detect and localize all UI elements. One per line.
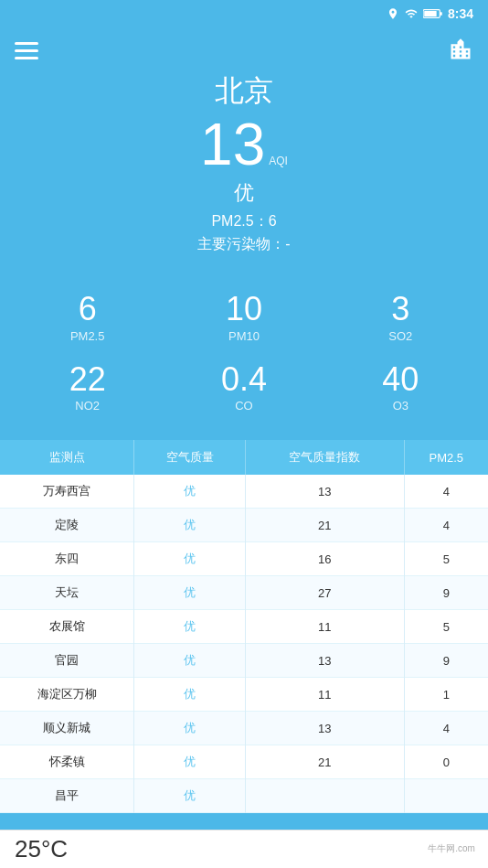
table-row: 农展馆优115 <box>0 610 488 644</box>
station-cell: 万寿西宫 <box>0 475 134 509</box>
svg-rect-4 <box>15 49 38 52</box>
table-row: 海淀区万柳优111 <box>0 678 488 712</box>
quality-cell: 优 <box>134 712 246 745</box>
header-section: 北京 13 AQI 优 PM2.5：6 主要污染物：- <box>0 71 488 273</box>
city-name: 北京 <box>18 71 470 112</box>
pm25-cell: 4 <box>404 475 488 509</box>
pm25-cell: 4 <box>404 509 488 542</box>
quality-cell: 优 <box>134 678 246 712</box>
city-select-button[interactable] <box>448 37 473 62</box>
pm25-label: PM2.5： <box>211 213 268 229</box>
station-cell: 农展馆 <box>0 610 134 644</box>
svg-rect-5 <box>15 57 38 59</box>
status-icons: 8:34 <box>387 6 473 21</box>
quality-cell: 优 <box>134 576 246 610</box>
building-icon <box>448 37 473 62</box>
quality-cell: 优 <box>134 779 246 813</box>
quality-cell: 优 <box>134 475 246 509</box>
metric-item: 6 PM2.5 <box>9 282 165 352</box>
aqi-cell: 16 <box>245 542 404 576</box>
metric-value: 0.4 <box>170 361 317 398</box>
station-cell: 官园 <box>0 644 134 678</box>
pm25-cell: 5 <box>404 542 488 576</box>
aqi-cell: 27 <box>245 576 404 610</box>
metric-label: CO <box>170 399 317 413</box>
table-row: 天坛优279 <box>0 576 488 610</box>
metric-value: 40 <box>327 361 474 398</box>
watermark-text: 牛牛网.com <box>428 842 475 855</box>
metric-item: 22 NO2 <box>9 352 165 423</box>
aqi-number: 13 <box>200 115 265 174</box>
status-bar: 8:34 <box>0 0 488 27</box>
pm25-cell: 0 <box>404 745 488 779</box>
status-time: 8:34 <box>448 6 473 21</box>
aqi-cell <box>245 779 404 813</box>
metric-label: O3 <box>327 399 474 413</box>
bottom-bar: 25°C 牛牛网.com <box>0 830 488 868</box>
aqi-cell: 11 <box>245 610 404 644</box>
aqi-cell: 21 <box>245 509 404 542</box>
aqi-cell: 21 <box>245 745 404 779</box>
hamburger-icon <box>15 42 38 60</box>
quality-cell: 优 <box>134 542 246 576</box>
svg-rect-2 <box>424 11 436 16</box>
temperature: 25°C <box>15 835 68 863</box>
pm25-value: 6 <box>269 213 277 229</box>
metric-value: 3 <box>327 291 474 327</box>
station-cell: 顺义新城 <box>0 712 134 745</box>
pm25-cell: 4 <box>404 712 488 745</box>
pm25-cell <box>404 779 488 813</box>
table-header: 空气质量指数 <box>245 440 404 475</box>
metric-label: PM10 <box>170 329 317 343</box>
table-row: 东四优165 <box>0 542 488 576</box>
pm25-cell: 9 <box>404 576 488 610</box>
aqi-cell: 13 <box>245 712 404 745</box>
watermark: 牛牛网.com <box>415 830 488 868</box>
signal-icon <box>404 7 419 20</box>
station-cell: 怀柔镇 <box>0 745 134 779</box>
station-cell: 海淀区万柳 <box>0 678 134 712</box>
metric-label: PM2.5 <box>14 329 161 343</box>
metric-label: NO2 <box>14 399 161 413</box>
quality-cell: 优 <box>134 509 246 542</box>
pm25-cell: 1 <box>404 678 488 712</box>
table-row: 顺义新城优134 <box>0 712 488 745</box>
table-row: 怀柔镇优210 <box>0 745 488 779</box>
svg-rect-3 <box>15 42 38 45</box>
quality-cell: 优 <box>134 745 246 779</box>
metric-item: 0.4 CO <box>165 352 322 423</box>
pm25-info: PM2.5：6 <box>18 212 470 231</box>
metric-item: 3 SO2 <box>323 282 479 352</box>
pollutant-label: 主要污染物： <box>197 236 285 252</box>
aqi-unit: AQI <box>269 155 288 167</box>
table-row: 万寿西宫优134 <box>0 475 488 509</box>
aqi-cell: 13 <box>245 475 404 509</box>
table-section: 监测点空气质量空气质量指数PM2.5万寿西宫优134定陵优214东四优165天坛… <box>0 440 488 813</box>
table-header: 空气质量 <box>134 440 246 475</box>
metric-value: 22 <box>14 361 161 398</box>
quality-cell: 优 <box>134 610 246 644</box>
menu-button[interactable] <box>15 38 38 61</box>
aqi-row: 13 AQI <box>18 115 470 174</box>
pm25-cell: 5 <box>404 610 488 644</box>
top-bar <box>0 27 488 71</box>
aqi-cell: 11 <box>245 678 404 712</box>
station-cell: 天坛 <box>0 576 134 610</box>
metric-item: 40 O3 <box>323 352 479 423</box>
aqi-cell: 13 <box>245 644 404 678</box>
air-quality-table: 监测点空气质量空气质量指数PM2.5万寿西宫优134定陵优214东四优165天坛… <box>0 440 488 813</box>
pm25-cell: 9 <box>404 644 488 678</box>
quality-cell: 优 <box>134 644 246 678</box>
table-row: 昌平优 <box>0 779 488 813</box>
table-header: 监测点 <box>0 440 134 475</box>
metric-label: SO2 <box>327 329 474 343</box>
station-cell: 东四 <box>0 542 134 576</box>
pollutant-info: 主要污染物：- <box>18 235 470 254</box>
station-cell: 昌平 <box>0 779 134 813</box>
table-row: 定陵优214 <box>0 509 488 542</box>
station-cell: 定陵 <box>0 509 134 542</box>
metrics-grid: 6 PM2.5 10 PM10 3 SO2 22 NO2 0.4 CO 40 O… <box>0 273 488 440</box>
quality-text: 优 <box>18 179 470 207</box>
metric-value: 6 <box>14 291 161 327</box>
table-row: 官园优139 <box>0 644 488 678</box>
